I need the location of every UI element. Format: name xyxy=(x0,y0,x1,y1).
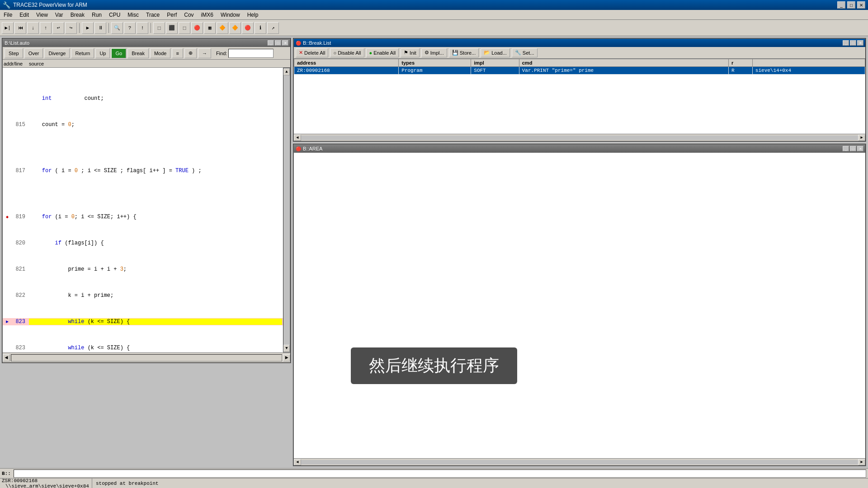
menu-edit[interactable]: Edit xyxy=(16,10,33,19)
app-icon: 🔧 xyxy=(3,1,10,9)
toolbar-undo[interactable]: ↩ xyxy=(52,22,64,34)
enable-all-button[interactable]: ● Enable All xyxy=(366,48,399,57)
menu-misc[interactable]: Misc xyxy=(124,10,142,19)
col-impl: impl xyxy=(471,59,519,67)
toolbar-b4[interactable]: 🔴 xyxy=(191,22,203,34)
toolbar-help[interactable]: ? xyxy=(124,22,136,34)
line-code: while (k <= SIZE) { xyxy=(29,319,282,325)
menu-cov[interactable]: Cov xyxy=(180,10,197,19)
menu-break[interactable]: Break xyxy=(67,10,88,19)
area-win-close[interactable]: ✕ xyxy=(857,146,863,151)
toolbar-b7[interactable]: 🔶 xyxy=(229,22,241,34)
title-bar-controls[interactable]: _ □ ✕ xyxy=(837,1,865,9)
bp-address: ZR:00902168 xyxy=(294,67,399,75)
return-button[interactable]: Return xyxy=(71,48,94,58)
area-scroll-left[interactable]: ◄ xyxy=(294,459,301,465)
line-number: 823 xyxy=(11,319,29,325)
go-button[interactable]: Go xyxy=(111,48,126,58)
toolbar-info[interactable]: ! xyxy=(137,22,148,34)
break-win-controls[interactable]: _ □ ✕ xyxy=(843,40,863,46)
source-hscrollbar: ◄ ► xyxy=(3,352,290,362)
break-button[interactable]: Break xyxy=(127,48,149,58)
code-line: 821 prime = i + i + 3; xyxy=(3,266,283,273)
source-win-minimize[interactable]: _ xyxy=(268,40,274,46)
area-win-controls[interactable]: _ □ ✕ xyxy=(843,146,863,151)
code-scroll[interactable]: int count; 815 count = 0; xyxy=(3,68,283,352)
disable-all-button[interactable]: ○ Disable All xyxy=(330,48,364,57)
break-scroll-left[interactable]: ◄ xyxy=(294,135,301,141)
impl-button[interactable]: ⚙ Impl... xyxy=(421,48,447,57)
menu-imx6[interactable]: iMX6 xyxy=(198,10,217,19)
area-title-area: 🔴 B::AREA xyxy=(296,146,322,151)
source-win-close[interactable]: ✕ xyxy=(282,40,288,46)
code-vscrollbar[interactable]: ▲ ▼ xyxy=(283,68,290,352)
toolbar-step-down[interactable]: ↓ xyxy=(27,22,39,34)
delete-all-button[interactable]: ✕ Delete All xyxy=(296,48,328,57)
load-button[interactable]: 📂 Load... xyxy=(481,48,510,57)
code-line: int count; xyxy=(3,95,283,102)
break-scroll-track[interactable] xyxy=(301,136,858,140)
toolbar-b6[interactable]: 🔶 xyxy=(217,22,228,34)
toolbar-b10[interactable]: ↗ xyxy=(267,22,279,34)
line-code: prime = i + i + 3; xyxy=(29,266,282,272)
init-button[interactable]: ⚑ Init xyxy=(401,48,420,57)
set-icon: 🔧 xyxy=(515,50,521,56)
up-button[interactable]: Up xyxy=(95,48,110,58)
source-win-maximize[interactable]: □ xyxy=(275,40,281,46)
scroll-up-btn[interactable]: ▲ xyxy=(283,68,290,75)
toolbar-pause[interactable]: ⏸ xyxy=(94,22,106,34)
hscroll-track[interactable] xyxy=(11,354,282,361)
toolbar-step-up[interactable]: ↑ xyxy=(40,22,52,34)
area-win-minimize[interactable]: _ xyxy=(843,146,849,151)
step-button[interactable]: Step xyxy=(5,48,23,58)
toolbar-start[interactable]: ▶| xyxy=(2,22,14,34)
toolbar-b1[interactable]: ⬚ xyxy=(153,22,165,34)
toolbar-zoom[interactable]: 🔍 xyxy=(111,22,123,34)
set-button[interactable]: 🔧 Set... xyxy=(512,48,538,57)
break-win-maximize[interactable]: □ xyxy=(850,40,856,46)
menu-trace[interactable]: Trace xyxy=(142,10,163,19)
menu-perf[interactable]: Perf xyxy=(163,10,180,19)
store-button[interactable]: 💾 Store... xyxy=(449,48,479,57)
menu-run[interactable]: Run xyxy=(88,10,105,19)
menu-view[interactable]: View xyxy=(33,10,52,19)
table-row[interactable]: ZR:00902168 Program SOFT Var.PRINT "prim… xyxy=(294,67,865,75)
area-scroll-track[interactable] xyxy=(301,460,858,465)
scroll-right-btn[interactable]: ► xyxy=(283,354,290,361)
area-scroll-right[interactable]: ► xyxy=(858,459,865,465)
extra-btn-1[interactable]: ≡ xyxy=(172,48,183,58)
toolbar-b8[interactable]: 🔴 xyxy=(242,22,254,34)
toolbar-back[interactable]: ⏮ xyxy=(14,22,26,34)
over-button[interactable]: Over xyxy=(24,48,43,58)
line-code: for ( i = 0 ; i <= SIZE ; flags[ i++ ] =… xyxy=(29,168,282,174)
toolbar-b9[interactable]: ℹ xyxy=(255,22,266,34)
menu-help[interactable]: Help xyxy=(244,10,262,19)
menu-file[interactable]: File xyxy=(0,10,16,19)
menu-cpu[interactable]: CPU xyxy=(105,10,124,19)
mode-button[interactable]: Mode xyxy=(150,48,171,58)
find-input[interactable] xyxy=(228,49,274,58)
code-area: int count; 815 count = 0; xyxy=(3,68,290,352)
extra-btn-3[interactable]: → xyxy=(198,48,211,58)
toolbar-b2[interactable]: ⬛ xyxy=(166,22,178,34)
toolbar-b3[interactable]: ⬚ xyxy=(179,22,190,34)
break-scroll-right[interactable]: ► xyxy=(858,135,865,141)
area-window: 🔴 B::AREA _ □ ✕ ◄ ► xyxy=(293,144,866,466)
toolbar-redo[interactable]: ↪ xyxy=(65,22,77,34)
break-win-close[interactable]: ✕ xyxy=(857,40,863,46)
close-button[interactable]: ✕ xyxy=(857,1,865,9)
toolbar-b5[interactable]: ▦ xyxy=(204,22,216,34)
cmd-input[interactable] xyxy=(14,469,866,478)
source-win-controls[interactable]: _ □ ✕ xyxy=(268,40,288,46)
menu-var[interactable]: Var xyxy=(52,10,67,19)
menu-window[interactable]: Window xyxy=(217,10,244,19)
extra-btn-2[interactable]: ⊕ xyxy=(184,48,197,58)
diverge-button[interactable]: Diverge xyxy=(44,48,70,58)
scroll-down-btn[interactable]: ▼ xyxy=(283,345,290,352)
break-win-minimize[interactable]: _ xyxy=(843,40,849,46)
area-win-maximize[interactable]: □ xyxy=(850,146,856,151)
toolbar-play[interactable]: ▶ xyxy=(82,22,94,34)
scroll-left-btn[interactable]: ◄ xyxy=(3,354,10,361)
minimize-button[interactable]: _ xyxy=(837,1,845,9)
maximize-button[interactable]: □ xyxy=(847,1,855,9)
